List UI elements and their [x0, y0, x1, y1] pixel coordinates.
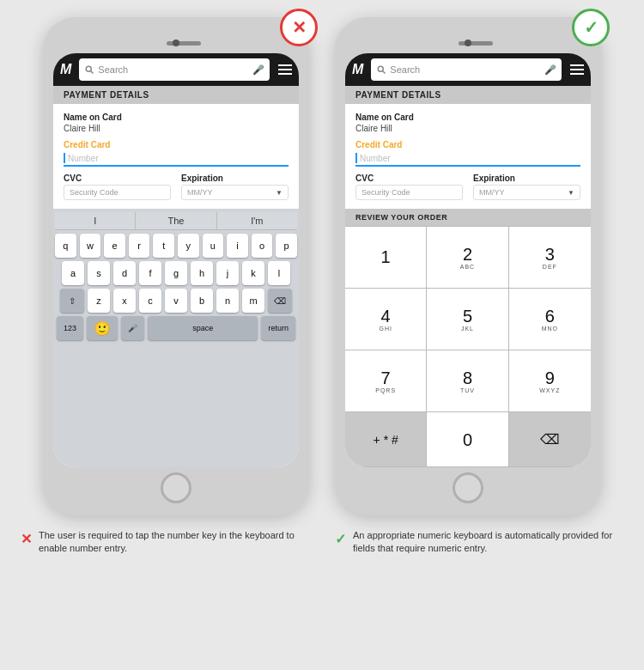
bad-kb-row2: a s d f g h j k l: [55, 261, 297, 285]
kb-key-h[interactable]: h: [191, 261, 213, 285]
bad-cc-input[interactable]: Number: [64, 151, 289, 167]
bad-kb-row1: q w e r t y u i o p: [55, 234, 297, 258]
kb-key-x[interactable]: x: [113, 289, 136, 313]
bad-phone-top-bar: [151, 29, 201, 53]
kb-key-f[interactable]: f: [139, 261, 161, 285]
bad-suggest-im[interactable]: I'm: [217, 212, 297, 229]
bad-search-text: Search: [98, 64, 249, 75]
kb-key-d[interactable]: d: [113, 261, 136, 285]
kb-key-shift[interactable]: ⇧: [60, 289, 84, 313]
svg-line-3: [383, 71, 386, 74]
bad-exp-input[interactable]: MM/YY ▼: [181, 185, 289, 200]
bad-cvc-input[interactable]: Security Code: [64, 185, 171, 200]
bad-cursor: [64, 153, 65, 163]
numpad-9[interactable]: 9 WXYZ: [509, 350, 591, 412]
kb-key-s[interactable]: s: [88, 261, 110, 285]
bad-status-symbol: ✕: [292, 17, 307, 38]
good-exp-chevron: ▼: [568, 189, 574, 197]
bad-desc-text: The user is required to tap the number k…: [39, 529, 309, 556]
good-app-nav: M Search 🎤: [345, 53, 591, 86]
good-hamburger-icon[interactable]: [570, 64, 584, 75]
bad-status-icon: ✕: [280, 9, 318, 46]
numpad-8[interactable]: 8 TUV: [427, 350, 508, 412]
bad-phone-speaker: [167, 41, 201, 46]
bad-suggest-the[interactable]: The: [136, 212, 216, 229]
kb-key-space[interactable]: space: [148, 316, 258, 340]
kb-key-r[interactable]: r: [129, 234, 150, 258]
good-phone-home-button[interactable]: [453, 472, 483, 503]
kb-key-a[interactable]: a: [62, 261, 84, 285]
bad-suggest-i[interactable]: I: [55, 212, 136, 229]
kb-key-backspace[interactable]: ⌫: [268, 289, 292, 313]
good-exp-col: Expiration MM/YY ▼: [473, 174, 580, 200]
good-search-text: Search: [390, 64, 541, 75]
numpad-3[interactable]: 3 DEF: [509, 227, 591, 289]
kb-key-v[interactable]: v: [165, 289, 187, 313]
bad-cvc-placeholder: Security Code: [70, 188, 118, 197]
kb-key-m[interactable]: m: [242, 289, 264, 313]
numpad-1[interactable]: 1: [345, 227, 427, 289]
kb-key-return[interactable]: return: [261, 316, 295, 340]
bad-exp-chevron: ▼: [276, 189, 283, 197]
kb-key-mic[interactable]: 🎤: [121, 316, 144, 340]
good-desc-icon: ✓: [335, 531, 346, 547]
bad-phone-home-button[interactable]: [161, 472, 191, 503]
bad-phone-wrapper: ✕ M Search 🎤: [43, 17, 309, 515]
numpad-symbols[interactable]: + * #: [345, 412, 427, 467]
good-cvc-input[interactable]: Security Code: [355, 185, 463, 200]
good-phone: ✓ M Search 🎤: [335, 17, 601, 515]
good-status-symbol: ✓: [584, 17, 598, 38]
good-exp-input[interactable]: MM/YY ▼: [473, 185, 580, 200]
numpad-7[interactable]: 7 PQRS: [345, 350, 427, 412]
kb-key-q[interactable]: q: [55, 234, 76, 258]
kb-key-e[interactable]: e: [104, 234, 125, 258]
good-form-area: Name on Card Claire Hill Credit Card Num…: [345, 104, 591, 209]
good-two-col: CVC Security Code Expiration MM/YY ▼: [355, 174, 580, 200]
kb-key-t[interactable]: t: [153, 234, 174, 258]
kb-key-b[interactable]: b: [191, 289, 213, 313]
kb-key-p[interactable]: p: [276, 234, 297, 258]
kb-key-l[interactable]: l: [268, 261, 290, 285]
good-search-bar[interactable]: Search 🎤: [371, 58, 562, 81]
bad-exp-label: Expiration: [181, 174, 289, 183]
bad-cc-label: Credit Card: [64, 140, 289, 149]
bad-kb-bottom: 123 🙂 🎤 space return: [55, 316, 297, 340]
numpad-4[interactable]: 4 GHI: [345, 289, 427, 350]
good-review-banner: REVIEW YOUR ORDER: [345, 209, 591, 226]
bad-search-bar[interactable]: Search 🎤: [79, 58, 270, 81]
good-cvc-col: CVC Security Code: [355, 174, 463, 200]
good-exp-placeholder: MM/YY: [479, 188, 505, 197]
kb-key-g[interactable]: g: [165, 261, 187, 285]
kb-key-c[interactable]: c: [139, 289, 161, 313]
numpad-6[interactable]: 6 MNO: [509, 289, 591, 350]
numpad-2[interactable]: 2 ABC: [427, 227, 508, 289]
good-exp-label: Expiration: [473, 174, 580, 183]
kb-key-123[interactable]: 123: [57, 316, 83, 340]
svg-line-1: [91, 71, 94, 74]
kb-key-k[interactable]: k: [242, 261, 264, 285]
bad-hamburger-icon[interactable]: [278, 64, 292, 75]
numpad-0[interactable]: 0: [427, 412, 508, 467]
bad-desc-icon: ✕: [21, 531, 32, 547]
bad-phone-screen: M Search 🎤 PAYMENT DETAILS: [53, 53, 299, 467]
numpad-backspace[interactable]: ⌫: [509, 412, 591, 467]
kb-key-o[interactable]: o: [252, 234, 273, 258]
good-cc-placeholder: Number: [360, 154, 391, 163]
good-cc-label: Credit Card: [355, 140, 580, 149]
bad-two-col: CVC Security Code Expiration MM/YY ▼: [64, 174, 289, 200]
kb-key-u[interactable]: u: [203, 234, 224, 258]
kb-key-i[interactable]: i: [227, 234, 248, 258]
good-app-logo: M: [352, 62, 362, 77]
kb-key-j[interactable]: j: [216, 261, 239, 285]
bad-mic-icon: 🎤: [252, 64, 264, 76]
kb-key-emoji[interactable]: 🙂: [87, 316, 118, 340]
kb-key-n[interactable]: n: [216, 289, 239, 313]
kb-key-y[interactable]: y: [178, 234, 199, 258]
good-cvc-placeholder: Security Code: [361, 188, 410, 197]
kb-key-w[interactable]: w: [80, 234, 101, 258]
good-phone-screen: M Search 🎤 PAYMENT DETAILS: [345, 53, 591, 467]
numpad-5[interactable]: 5 JKL: [427, 289, 508, 350]
bad-form-area: Name on Card Claire Hill Credit Card Num…: [53, 104, 299, 209]
kb-key-z[interactable]: z: [88, 289, 110, 313]
good-cc-input[interactable]: Number: [355, 151, 580, 167]
